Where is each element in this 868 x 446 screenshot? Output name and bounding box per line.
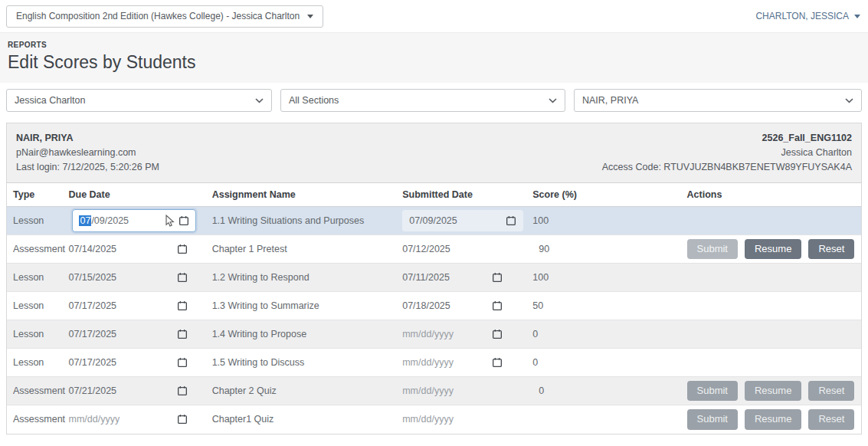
score-value[interactable]: 50: [532, 300, 543, 311]
calendar-icon[interactable]: [177, 244, 188, 254]
submit-button[interactable]: Submit: [687, 409, 738, 430]
header-type: Type: [7, 183, 64, 207]
calendar-icon[interactable]: [177, 414, 188, 425]
student-email: pNair@hawkeslearning.com: [16, 146, 159, 160]
header-score: Score (%): [531, 183, 684, 207]
row-actions: SubmitResumeReset: [687, 239, 860, 260]
user-menu-label: CHARLTON, JESSICA: [755, 11, 849, 21]
due-date-value[interactable]: 07/17/2025: [68, 357, 177, 368]
calendar-icon[interactable]: [177, 272, 188, 283]
assignment-type: Lesson: [13, 300, 44, 311]
student-last-login: Last login: 7/12/2025, 5:20:26 PM: [16, 160, 159, 175]
assignment-name: 1.5 Writing to Discuss: [212, 357, 305, 368]
page-title: Edit Scores by Students: [8, 52, 860, 73]
calendar-icon[interactable]: [492, 329, 503, 339]
assignment-name: 1.4 Writing to Propose: [212, 329, 306, 339]
calendar-icon[interactable]: [492, 300, 503, 311]
mouse-cursor-icon: [165, 215, 175, 227]
submitted-date-value[interactable]: 07/18/2025: [402, 300, 492, 311]
caret-down-icon: [307, 15, 313, 18]
calendar-icon[interactable]: [492, 272, 503, 283]
calendar-icon[interactable]: [177, 385, 188, 396]
caret-down-icon: [854, 15, 860, 18]
chevron-down-icon: [845, 98, 853, 103]
student-info-left: NAIR, PRIYA pNair@hawkeslearning.com Las…: [16, 131, 159, 175]
instructor-select-value: Jessica Charlton: [15, 95, 85, 106]
edit-scores-page: English Composition 2nd Edition (Hawkes …: [0, 0, 868, 435]
section-select[interactable]: All Sections: [280, 89, 565, 112]
due-date-value[interactable]: mm/dd/yyyy: [68, 414, 177, 425]
calendar-icon[interactable]: [179, 215, 189, 226]
assignment-row[interactable]: Assessment07/21/2025Chapter 2 Quizmm/dd/…: [7, 377, 861, 405]
calendar-icon[interactable]: [506, 215, 516, 226]
assignment-row[interactable]: Lesson07/09/20251.1 Writing Situations a…: [7, 207, 861, 235]
student-info-panel: NAIR, PRIYA pNair@hawkeslearning.com Las…: [7, 123, 861, 182]
reset-button[interactable]: Reset: [808, 381, 854, 402]
chevron-down-icon: [549, 98, 557, 103]
assignment-name: Chapter 2 Quiz: [212, 385, 277, 396]
assignment-type: Assessment: [13, 244, 65, 254]
calendar-icon[interactable]: [177, 357, 188, 368]
score-value[interactable]: 100: [532, 272, 549, 283]
header-due-date: Due Date: [64, 183, 211, 207]
assignment-name: 1.3 Writing to Summarize: [212, 300, 319, 311]
reset-button[interactable]: Reset: [808, 409, 854, 430]
chevron-down-icon: [255, 98, 264, 103]
calendar-icon[interactable]: [177, 300, 188, 311]
assignment-row[interactable]: Lesson07/17/20251.3 Writing to Summarize…: [7, 292, 861, 320]
assignment-row[interactable]: Lesson07/17/20251.5 Writing to Discussmm…: [7, 349, 861, 377]
assignment-row[interactable]: Assessment07/14/2025Chapter 1 Pretest07/…: [7, 235, 861, 264]
submitted-date-value[interactable]: 07/12/2025: [402, 244, 492, 254]
score-value[interactable]: 90: [539, 244, 549, 254]
submitted-date-value[interactable]: mm/dd/yyyy: [402, 414, 492, 425]
top-bar: English Composition 2nd Edition (Hawkes …: [0, 0, 868, 32]
resume-button[interactable]: Resume: [745, 409, 801, 430]
assignment-type: Assessment: [13, 414, 65, 425]
submit-button[interactable]: Submit: [687, 239, 738, 260]
due-date-value[interactable]: 07/17/2025: [68, 329, 177, 339]
due-date-value[interactable]: 07/17/2025: [68, 300, 177, 311]
due-date-value[interactable]: 07/15/2025: [68, 272, 177, 283]
resume-button[interactable]: Resume: [745, 239, 801, 260]
score-value[interactable]: 0: [532, 329, 538, 339]
page-header: REPORTS Edit Scores by Students: [0, 32, 868, 83]
submitted-date-input[interactable]: 07/09/2025: [402, 210, 523, 231]
due-date-input[interactable]: 07/09/2025: [72, 209, 196, 232]
instructor-select[interactable]: Jessica Charlton: [6, 89, 272, 112]
submitted-date-value[interactable]: 07/11/2025: [402, 272, 492, 283]
date-segment-selected[interactable]: 07: [79, 215, 91, 226]
assignment-row[interactable]: Lesson07/15/20251.2 Writing to Respond07…: [7, 264, 861, 292]
date-segment[interactable]: /09/2025: [91, 215, 129, 226]
submitted-date-value[interactable]: mm/dd/yyyy: [402, 329, 492, 339]
submitted-date-value[interactable]: 07/09/2025: [409, 215, 457, 226]
access-code: Access Code: RTUVJUZBN4BKB7ENETW89YFUYSA…: [602, 160, 852, 175]
due-date-value[interactable]: 07/14/2025: [68, 244, 177, 254]
assignment-row[interactable]: Assessmentmm/dd/yyyyChapter1 Quizmm/dd/y…: [7, 405, 861, 434]
section-select-value: All Sections: [289, 95, 339, 106]
course-code: 2526_Fall_ENG1102: [602, 131, 852, 146]
assignment-row[interactable]: Lesson07/17/20251.4 Writing to Proposemm…: [7, 320, 861, 349]
user-menu[interactable]: CHARLTON, JESSICA: [755, 11, 862, 21]
reset-button[interactable]: Reset: [808, 239, 854, 260]
assignment-type: Lesson: [13, 215, 44, 226]
header-actions: Actions: [685, 183, 861, 207]
student-name: NAIR, PRIYA: [16, 131, 159, 146]
calendar-icon[interactable]: [177, 329, 188, 339]
submitted-date-value[interactable]: mm/dd/yyyy: [402, 357, 492, 368]
calendar-icon[interactable]: [492, 357, 503, 368]
resume-button[interactable]: Resume: [745, 381, 801, 402]
score-value[interactable]: 100: [532, 215, 549, 226]
due-date-value[interactable]: 07/21/2025: [68, 385, 177, 396]
submit-button[interactable]: Submit: [687, 381, 738, 402]
course-selector[interactable]: English Composition 2nd Edition (Hawkes …: [6, 5, 323, 28]
row-actions: SubmitResumeReset: [687, 381, 860, 402]
assignment-name: Chapter 1 Pretest: [212, 244, 287, 254]
score-value[interactable]: 0: [539, 385, 544, 396]
student-select-value: NAIR, PRIYA: [582, 95, 638, 106]
filters-bar: Jessica Charlton All Sections NAIR, PRIY…: [0, 83, 868, 112]
submitted-date-value[interactable]: mm/dd/yyyy: [402, 385, 492, 396]
assignment-name: 1.1 Writing Situations and Purposes: [212, 215, 365, 226]
student-select[interactable]: NAIR, PRIYA: [574, 89, 862, 112]
report-panel: NAIR, PRIYA pNair@hawkeslearning.com Las…: [6, 123, 862, 435]
score-value[interactable]: 0: [532, 357, 538, 368]
